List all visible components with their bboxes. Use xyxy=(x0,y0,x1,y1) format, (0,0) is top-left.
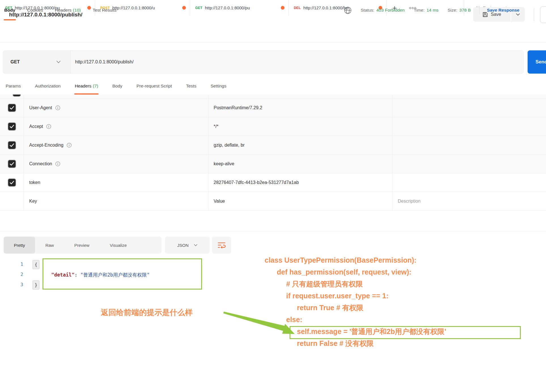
tab-settings[interactable]: Settings xyxy=(211,78,226,95)
line-number: 1 xyxy=(15,262,23,267)
url-bar: GET http://127.0.0.1:8000/publish/ xyxy=(3,50,524,74)
unsaved-dot-icon xyxy=(182,6,186,10)
method-label: GET xyxy=(195,6,202,10)
header-key: Accept xyxy=(29,124,43,129)
response-tabs: Body Cookies Headers (10) Test Results xyxy=(4,0,116,20)
value-input[interactable]: Value xyxy=(209,192,392,210)
message-highlight-box xyxy=(290,326,521,339)
view-tab-raw[interactable]: Raw xyxy=(35,237,64,254)
chevron-down-icon xyxy=(194,244,197,246)
wrap-lines-button[interactable] xyxy=(212,237,231,254)
table-row: User-Agent PostmanRuntime/7.29.2 xyxy=(0,98,546,117)
header-value: PostmanRuntime/7.29.2 xyxy=(214,105,262,110)
header-key: token xyxy=(29,180,40,185)
info-icon xyxy=(67,143,72,148)
code-line: def has_permission(self, request, view): xyxy=(277,266,546,278)
tab-url: http://127.0.0.1:8000/u xyxy=(112,5,180,10)
table-row: Accept */* xyxy=(0,117,546,136)
save-response-button[interactable]: Save Response xyxy=(487,8,520,13)
code-line: if request.user.user_type == 1: xyxy=(286,290,546,302)
wrap-text-icon xyxy=(217,242,226,249)
tab-authorization[interactable]: Authorization xyxy=(35,78,60,95)
method-value: GET xyxy=(10,59,20,65)
table-row: token 28276407-7dfc-4413-b2ea-531277d7a1… xyxy=(0,173,546,192)
table-row-clipped xyxy=(0,95,546,98)
tab-pre-request-script[interactable]: Pre-request Script xyxy=(137,78,172,95)
response-tab-cookies[interactable]: Cookies xyxy=(27,0,43,20)
method-label: DEL xyxy=(294,6,301,10)
annotation-note: 返回给前端的提示是什么样 xyxy=(101,307,193,318)
response-meta: Status:403 Forbidden Time:14 ms Size:378… xyxy=(344,0,519,20)
unsaved-dot-icon xyxy=(281,6,284,10)
method-dropdown[interactable]: GET xyxy=(3,51,71,73)
json-response-line: "detail": "普通用户和2b用户都没有权限" xyxy=(51,272,150,278)
header-key: Accept-Encoding xyxy=(29,143,63,148)
key-input[interactable]: Key xyxy=(24,192,209,210)
header-value: 28276407-7dfc-4413-b2ea-531277d7a1ab xyxy=(214,180,299,185)
request-tabs: Params Authorization Headers (7) Body Pr… xyxy=(0,78,546,95)
header-key: User-Agent xyxy=(29,105,52,110)
header-value: */* xyxy=(214,124,218,129)
send-button[interactable]: Send xyxy=(528,50,546,74)
response-headers-count-badge: (10) xyxy=(73,8,81,13)
divider xyxy=(534,8,534,21)
code-line: # 只有超级管理员有权限 xyxy=(286,278,546,290)
json-key: "detail" xyxy=(51,272,75,278)
info-icon xyxy=(55,161,60,166)
chevron-down-icon xyxy=(56,61,61,63)
row-checkbox[interactable] xyxy=(8,160,16,168)
line-number: 2 xyxy=(15,272,23,277)
headers-table: User-Agent PostmanRuntime/7.29.2 Accept … xyxy=(0,95,546,211)
row-checkbox[interactable] xyxy=(8,122,16,131)
fold-toggle-open-brace[interactable]: { xyxy=(33,260,39,269)
line-number: 3 xyxy=(15,282,23,287)
table-row-empty: Key Value Description xyxy=(0,192,546,211)
tab-headers[interactable]: Headers (7) xyxy=(75,78,98,95)
header-value: keep-alive xyxy=(214,161,234,166)
info-icon xyxy=(46,124,51,129)
row-checkbox[interactable] xyxy=(12,95,21,97)
view-tab-visualize[interactable]: Visualize xyxy=(100,237,137,254)
table-row: Connection keep-alive xyxy=(0,155,546,173)
json-value: "普通用户和2b用户都没有权限" xyxy=(80,272,150,278)
format-dropdown[interactable]: JSON xyxy=(165,237,210,254)
size-badge: Size:378 B xyxy=(448,8,471,13)
tab-tests[interactable]: Tests xyxy=(186,78,196,95)
header-key: Connection xyxy=(29,161,52,166)
url-input[interactable]: http://127.0.0.1:8000/publish/ xyxy=(71,51,133,73)
row-checkbox[interactable] xyxy=(8,104,16,112)
table-row: Accept-Encoding gzip, deflate, br xyxy=(0,136,546,155)
time-badge: Time:14 ms xyxy=(414,8,438,13)
comments-button[interactable] xyxy=(540,7,546,23)
code-line: class UserTypePermission(BasePermission)… xyxy=(265,254,546,266)
row-checkbox[interactable] xyxy=(8,141,16,149)
description-input[interactable]: Description xyxy=(392,192,546,210)
response-tab-body[interactable]: Body xyxy=(4,0,15,20)
tab-url: http://127.0.0.1:8000/pu xyxy=(205,5,279,10)
response-tab-test-results[interactable]: Test Results xyxy=(93,0,116,20)
view-tab-pretty[interactable]: Pretty xyxy=(4,237,35,254)
headers-count-badge: (7) xyxy=(93,83,98,89)
divider xyxy=(479,6,480,14)
fold-toggle-close-brace[interactable]: } xyxy=(33,280,39,290)
response-view-switcher: Pretty Raw Preview Visualize xyxy=(4,237,162,254)
response-tab-headers[interactable]: Headers (10) xyxy=(55,0,81,20)
row-checkbox[interactable] xyxy=(8,178,16,187)
tab-params[interactable]: Params xyxy=(6,78,21,95)
code-line: else: xyxy=(286,314,546,325)
info-icon xyxy=(55,105,60,110)
response-header-row xyxy=(0,211,546,231)
code-line: return True # 有权限 xyxy=(297,302,546,314)
tab-body[interactable]: Body xyxy=(112,78,122,95)
code-line: return False # 没有权限 xyxy=(297,337,546,349)
request-tab-3[interactable]: GET http://127.0.0.1:8000/pu xyxy=(190,0,289,16)
header-value: gzip, deflate, br xyxy=(214,143,245,148)
status-badge: Status:403 Forbidden xyxy=(361,8,405,13)
globe-icon[interactable] xyxy=(344,7,352,14)
view-tab-preview[interactable]: Preview xyxy=(64,237,99,254)
